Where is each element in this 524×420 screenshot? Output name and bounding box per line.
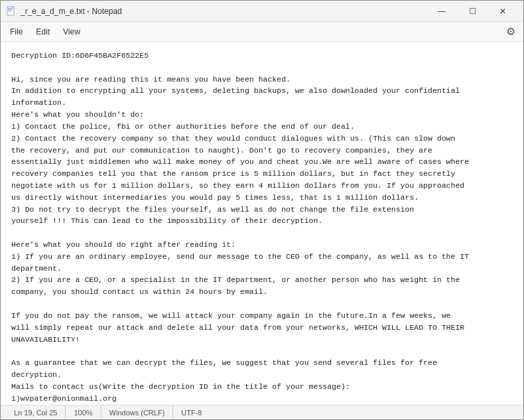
status-bar: Ln 19, Col 25 100% Windows (CRLF) UTF-8	[1, 405, 523, 419]
menu-file[interactable]: File	[3, 25, 29, 39]
minimize-button[interactable]: —	[426, 1, 457, 22]
text-editor[interactable]: Decryption ID:6D6F45BA2F6522E5 Hi, since…	[1, 42, 523, 405]
close-button[interactable]: ✕	[488, 1, 518, 22]
settings-icon[interactable]: ⚙	[501, 23, 521, 40]
svg-rect-2	[8, 9, 13, 10]
encoding: UTF-8	[173, 405, 210, 419]
menu-bar: File Edit View ⚙	[1, 22, 523, 42]
maximize-button[interactable]: ☐	[457, 1, 488, 22]
svg-rect-3	[8, 11, 11, 11]
cursor-position: Ln 19, Col 25	[6, 405, 66, 419]
zoom-level: 100%	[66, 405, 101, 419]
window-controls: — ☐ ✕	[426, 1, 518, 22]
svg-rect-1	[8, 8, 13, 9]
notepad-window: _r_e_a_d_m_e.txt - Notepad — ☐ ✕ File Ed…	[0, 0, 524, 420]
menu-edit[interactable]: Edit	[29, 25, 56, 39]
content-area: Decryption ID:6D6F45BA2F6522E5 Hi, since…	[1, 42, 523, 405]
line-endings: Windows (CRLF)	[101, 405, 174, 419]
title-bar: _r_e_a_d_m_e.txt - Notepad — ☐ ✕	[1, 1, 523, 22]
app-icon	[6, 6, 17, 17]
menu-view[interactable]: View	[56, 25, 87, 39]
window-title: _r_e_a_d_m_e.txt - Notepad	[21, 7, 426, 16]
